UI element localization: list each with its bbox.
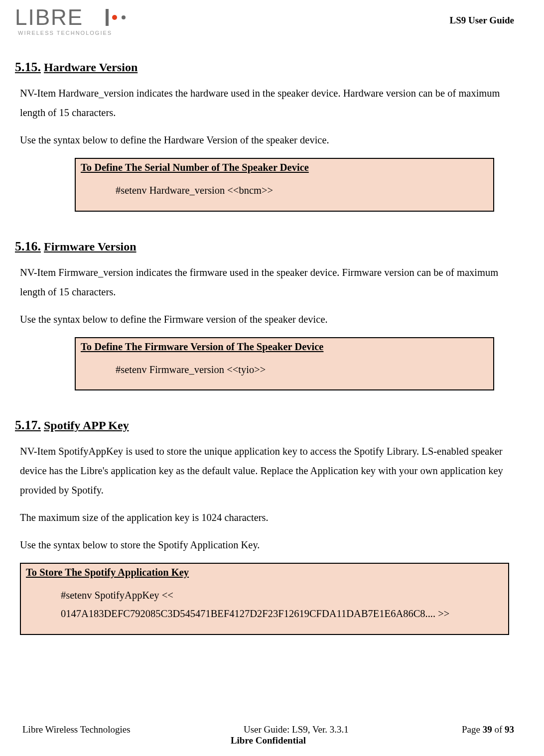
section-number: 5.17. — [15, 418, 41, 432]
svg-text:LIBRE: LIBRE — [15, 5, 83, 29]
document-title: LS9 User Guide — [449, 5, 514, 26]
page-header: LIBRE WIRELESS TECHNOLOGIES LS9 User Gui… — [15, 0, 514, 45]
section-heading-spotify-app-key: 5.17. Spotify APP Key — [15, 418, 514, 433]
svg-text:WIRELESS TECHNOLOGIES: WIRELESS TECHNOLOGIES — [18, 30, 112, 36]
syntax-box-spotify: To Store The Spotify Application Key #se… — [20, 563, 509, 635]
command-line: #setenv SpotifyAppKey << — [61, 586, 503, 605]
footer-right: Page 39 of 93 — [462, 724, 514, 735]
syntax-box-firmware: To Define The Firmware Version of The Sp… — [75, 337, 494, 391]
footer-left: Libre Wireless Technologies — [22, 724, 131, 735]
section-title: Hardware Version — [44, 61, 137, 74]
logo: LIBRE WIRELESS TECHNOLOGIES — [15, 5, 135, 45]
syntax-box-command: #setenv SpotifyAppKey << 0147A183DEFC792… — [21, 580, 508, 634]
paragraph: Use the syntax below to store the Spotif… — [20, 535, 514, 555]
section-number: 5.16. — [15, 239, 41, 253]
paragraph: NV-Item Firmware_version indicates the f… — [20, 263, 514, 302]
footer-center: User Guide: LS9, Ver. 3.3.1 — [244, 724, 349, 735]
syntax-box-title: To Define The Firmware Version of The Sp… — [76, 338, 493, 355]
paragraph: NV-Item SpotifyAppKey is used to store t… — [20, 442, 514, 500]
paragraph: NV-Item Hardware_version indicates the h… — [20, 84, 514, 123]
syntax-box-title: To Store The Spotify Application Key — [21, 564, 508, 580]
paragraph: Use the syntax below to define the Firmw… — [20, 310, 514, 329]
svg-point-2 — [112, 15, 117, 20]
section-heading-hardware-version: 5.15. Hardware Version — [15, 60, 514, 75]
syntax-box-command: #setenv Firmware_version <<tyio>> — [76, 355, 493, 390]
paragraph: Use the syntax below to define the Hardw… — [20, 130, 514, 150]
syntax-box-hardware: To Define The Serial Number of The Speak… — [75, 158, 494, 212]
footer-confidential: Libre Confidential — [22, 735, 514, 746]
section-title: Spotify APP Key — [44, 419, 129, 432]
svg-point-3 — [122, 15, 126, 19]
svg-rect-1 — [106, 9, 109, 26]
section-title: Firmware Version — [44, 240, 136, 253]
paragraph: The maximum size of the application key … — [20, 508, 514, 527]
syntax-box-command: #setenv Hardware_version <<bncm>> — [76, 175, 493, 211]
command-line: 0147A183DEFC792085C3D545471BEF4127D2F23F… — [61, 605, 503, 623]
section-number: 5.15. — [15, 60, 41, 74]
page-footer: Libre Wireless Technologies User Guide: … — [22, 724, 514, 746]
section-heading-firmware-version: 5.16. Firmware Version — [15, 239, 514, 254]
syntax-box-title: To Define The Serial Number of The Speak… — [76, 159, 493, 175]
